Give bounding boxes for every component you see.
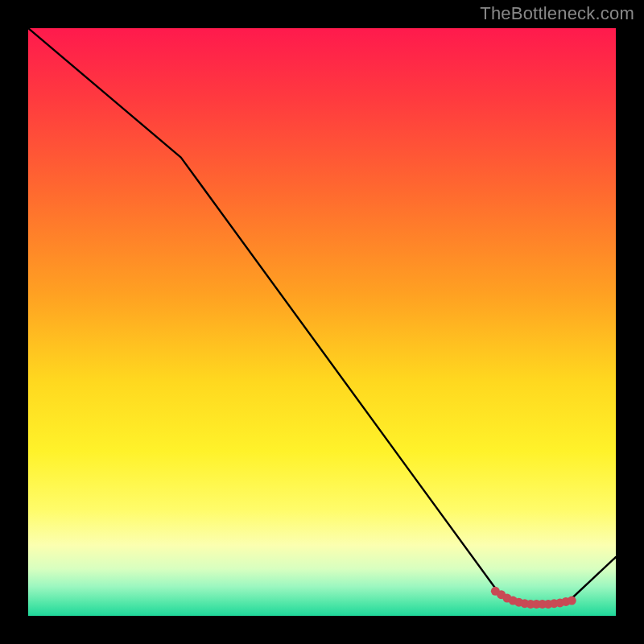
chart-frame: TheBottleneck.com <box>0 0 644 644</box>
bottleneck-curve <box>28 28 616 604</box>
attribution-label: TheBottleneck.com <box>480 3 634 24</box>
selection-band <box>491 587 576 609</box>
plot-area <box>28 28 616 616</box>
selection-marker <box>568 597 576 605</box>
chart-svg <box>28 28 616 616</box>
